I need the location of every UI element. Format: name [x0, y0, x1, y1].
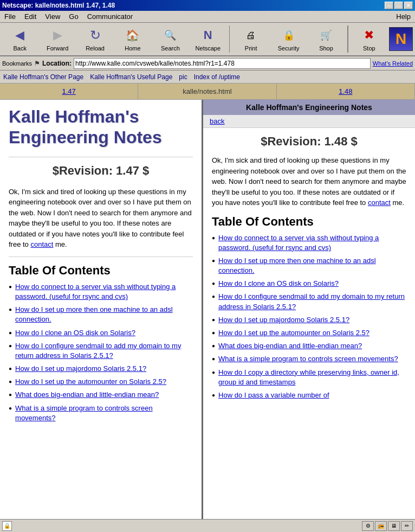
netscape-label: Netscape	[196, 45, 221, 52]
menu-help[interactable]: Help	[394, 12, 413, 21]
list-item: How do connect to a server via ssh witho…	[9, 282, 193, 302]
right-revision: $Revision: 1.48 $	[212, 134, 406, 149]
back-button[interactable]: Back	[2, 24, 37, 54]
whats-related[interactable]: What's Related	[373, 60, 413, 67]
right-pane[interactable]: Kalle Hoffman's Engineering Notes back $…	[203, 100, 415, 519]
list-item: How do I copy a directory while preservi…	[212, 368, 406, 387]
list-item: How do connect to a server via ssh witho…	[212, 233, 406, 253]
forward-icon	[49, 27, 66, 44]
tab-left-link[interactable]: 1.47	[62, 87, 76, 95]
reload-button[interactable]: Reload	[77, 24, 113, 54]
left-contact-link[interactable]: contact	[30, 240, 53, 248]
left-intro: Ok, I'm sick and tired of looking up the…	[9, 187, 193, 250]
netscape-button[interactable]: Netscape	[190, 24, 225, 54]
netscape-icon	[199, 27, 217, 44]
forward-button[interactable]: Forward	[40, 24, 75, 54]
shop-button[interactable]: Shop	[308, 24, 343, 54]
rtoc-link-10[interactable]: How do I pass a variable number of	[218, 390, 329, 400]
menu-view[interactable]: View	[43, 12, 62, 21]
menu-go[interactable]: Go	[67, 12, 80, 21]
list-item: How do I set up majordomo Solaris 2.5.1?	[212, 315, 406, 325]
toc-link-5[interactable]: How do I set up majordomo Solaris 2.5.1?	[15, 364, 146, 374]
menu-file[interactable]: File	[2, 12, 18, 21]
stop-label: Stop	[363, 45, 375, 52]
rtoc-link-2[interactable]: How do I set up more then one machine to…	[218, 256, 406, 275]
rtoc-link-1[interactable]: How do connect to a server via ssh witho…	[218, 233, 406, 253]
forward-label: Forward	[47, 45, 68, 52]
list-item: How do I set up more then one machine to…	[212, 256, 406, 275]
nav-tabs: 1.47 kalle/notes.html 1.48	[0, 84, 415, 100]
toc-link-4[interactable]: How do I configure sendmail to add my do…	[15, 341, 193, 361]
print-label: Print	[245, 45, 257, 52]
bookmark-1[interactable]: Kalle Hoffman's Other Page	[3, 73, 83, 81]
close-button[interactable]: ✕	[404, 2, 413, 9]
left-pane[interactable]: Kalle Hoffman's Engineering Notes $Revis…	[0, 100, 203, 519]
back-link[interactable]: back	[210, 117, 224, 125]
statusbar-btn-1[interactable]: ⚙	[362, 521, 374, 531]
bookmarks-bar: Kalle Hoffman's Other Page Kalle Hoffman…	[0, 70, 415, 84]
right-toc-list: How do connect to a server via ssh witho…	[212, 233, 406, 401]
search-button[interactable]: Search	[153, 24, 188, 54]
toolbar-divider	[229, 25, 230, 53]
print-icon	[242, 27, 260, 44]
security-button[interactable]: Security	[271, 24, 306, 54]
bookmark-2[interactable]: Kalle Hoffman's Useful Page	[90, 73, 172, 81]
right-contact-link[interactable]: contact	[368, 198, 391, 207]
rtoc-link-4[interactable]: How do I configure sendmail to add my do…	[218, 292, 406, 311]
toc-link-2[interactable]: How do I set up more then one machine to…	[15, 305, 193, 324]
left-toc-heading: Table Of Contents	[9, 264, 193, 278]
rtoc-link-3[interactable]: How do I clone an OS disk on Solaris?	[218, 279, 339, 289]
menu-edit[interactable]: Edit	[22, 12, 38, 21]
rtoc-link-5[interactable]: How do I set up majordomo Solaris 2.5.1?	[218, 315, 349, 325]
list-item: How do I configure sendmail to add my do…	[9, 341, 193, 361]
toc-link-7[interactable]: What does big-endian and little-endian m…	[15, 390, 159, 400]
list-item: How do I set up the automounter on Solar…	[9, 377, 193, 387]
rtoc-link-7[interactable]: What does big-endian and little-endian m…	[218, 341, 362, 351]
right-toc-heading: Table Of Contents	[212, 215, 406, 229]
minimize-button[interactable]: ─	[385, 2, 393, 9]
reload-label: Reload	[86, 45, 105, 52]
stop-icon	[360, 27, 378, 44]
toc-link-1[interactable]: How do connect to a server via ssh witho…	[15, 282, 193, 302]
left-revision: $Revision: 1.47 $	[9, 164, 193, 178]
tab-right-link[interactable]: 1.48	[339, 87, 352, 95]
toc-link-8[interactable]: What is a simple program to controls scr…	[15, 403, 193, 423]
url-input[interactable]	[74, 58, 371, 69]
statusbar-btn-2[interactable]: 📻	[375, 521, 387, 531]
bookmark-label[interactable]: Bookmarks	[2, 60, 32, 67]
home-label: Home	[125, 45, 140, 52]
menubar: File Edit View Go Communicator Help	[0, 11, 415, 23]
right-pane-content: $Revision: 1.48 $ Ok, I'm sick and tired…	[203, 128, 415, 410]
rtoc-link-6[interactable]: How do I set up the automounter on Solar…	[218, 328, 369, 338]
netscape-logo: N	[389, 27, 413, 51]
list-item: What is a simple program to controls scr…	[212, 354, 406, 364]
bookmark-4[interactable]: Index of /uptime	[194, 73, 240, 81]
maximize-button[interactable]: □	[394, 2, 403, 9]
list-item: How do I clone an OS disk on Solaris?	[9, 328, 193, 338]
right-intro: Ok, I'm sick and tired of looking up the…	[212, 155, 406, 208]
stop-button[interactable]: Stop	[352, 24, 387, 54]
menu-communicator[interactable]: Communicator	[85, 12, 135, 21]
tab-center-label: kalle/notes.html	[183, 87, 231, 95]
tab-left[interactable]: 1.47	[0, 84, 138, 99]
statusbar: 🔒 ⚙ 📻 🖥 ✏	[0, 519, 415, 532]
location-label: Location:	[42, 60, 72, 67]
rtoc-link-9[interactable]: How do I copy a directory while preservi…	[218, 368, 406, 387]
list-item: How do I configure sendmail to add my do…	[212, 292, 406, 311]
content-area: Kalle Hoffman's Engineering Notes $Revis…	[0, 100, 415, 519]
statusbar-btn-4[interactable]: ✏	[401, 521, 413, 531]
toc-link-3[interactable]: How do I clone an OS disk on Solaris?	[15, 328, 135, 338]
list-item: How do I clone an OS disk on Solaris?	[212, 279, 406, 289]
bookmark-3[interactable]: pic	[179, 73, 187, 81]
tab-right[interactable]: 1.48	[277, 84, 415, 99]
rtoc-link-8[interactable]: What is a simple program to controls scr…	[218, 354, 398, 364]
toc-link-6[interactable]: How do I set up the automounter on Solar…	[15, 377, 166, 387]
search-icon	[161, 27, 179, 44]
list-item: How do I set up more then one machine to…	[9, 305, 193, 324]
titlebar-title: Netscape: kalle/notes.html 1.47, 1.48	[2, 2, 115, 9]
statusbar-btn-3[interactable]: 🖥	[388, 521, 400, 531]
home-button[interactable]: Home	[115, 24, 150, 54]
shop-icon	[317, 27, 335, 44]
toolbar: Back Forward Reload Home Search Netscape…	[0, 23, 415, 56]
print-button[interactable]: Print	[233, 24, 268, 54]
